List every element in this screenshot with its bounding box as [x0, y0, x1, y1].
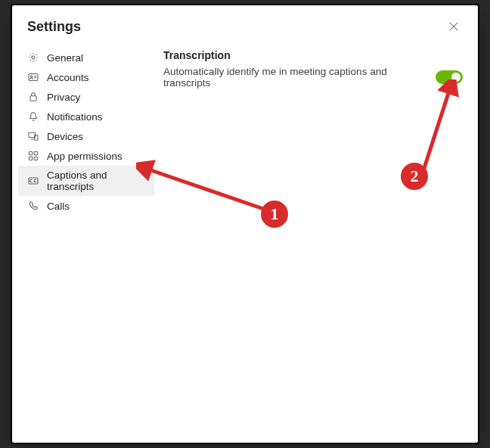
gear-icon — [27, 51, 39, 64]
sidebar-item-general[interactable]: General — [18, 48, 154, 67]
sidebar-item-label: Notifications — [47, 111, 103, 123]
settings-sidebar: General Accounts Privacy Notifications — [18, 48, 154, 428]
accounts-icon — [27, 71, 39, 83]
bell-icon — [27, 110, 39, 123]
phone-icon — [27, 200, 39, 212]
svg-rect-11 — [34, 157, 37, 160]
close-icon — [448, 21, 459, 32]
settings-dialog: Settings General Accounts — [11, 4, 479, 444]
sidebar-item-captions-transcripts[interactable]: Captions and transcripts — [18, 166, 154, 196]
svg-rect-9 — [34, 151, 37, 154]
dialog-header: Settings — [12, 5, 478, 42]
sidebar-item-notifications[interactable]: Notifications — [18, 107, 154, 126]
sidebar-item-label: Accounts — [47, 72, 89, 83]
section-title-transcription: Transcription — [163, 49, 463, 61]
svg-rect-10 — [29, 157, 32, 160]
svg-rect-3 — [29, 74, 38, 81]
sidebar-item-label: App permissions — [47, 151, 122, 162]
setting-row-auto-identify: Automatically identify me in meeting cap… — [163, 66, 463, 89]
setting-description: Automatically identify me in meeting cap… — [163, 66, 420, 89]
sidebar-item-label: Calls — [47, 201, 70, 212]
sidebar-item-label: Devices — [47, 131, 83, 142]
sidebar-item-devices[interactable]: Devices — [18, 126, 154, 146]
sidebar-item-label: Privacy — [47, 92, 80, 103]
svg-point-2 — [32, 56, 35, 59]
dialog-title: Settings — [27, 19, 81, 35]
lock-icon — [27, 91, 39, 103]
sidebar-item-label: Captions and transcripts — [47, 170, 145, 192]
apps-icon — [27, 150, 39, 162]
devices-icon — [27, 130, 39, 142]
dialog-body: General Accounts Privacy Notifications — [12, 42, 478, 443]
svg-rect-5 — [30, 96, 36, 101]
toggle-auto-identify[interactable] — [436, 70, 463, 84]
sidebar-item-accounts[interactable]: Accounts — [18, 67, 154, 87]
close-button[interactable] — [445, 17, 463, 36]
cc-icon — [27, 175, 39, 187]
sidebar-item-privacy[interactable]: Privacy — [18, 87, 154, 107]
settings-content: Transcription Automatically identify me … — [163, 48, 463, 428]
svg-rect-8 — [29, 151, 32, 154]
sidebar-item-label: General — [47, 52, 83, 64]
sidebar-item-calls[interactable]: Calls — [18, 196, 154, 216]
sidebar-item-app-permissions[interactable]: App permissions — [18, 146, 154, 166]
svg-point-4 — [30, 76, 33, 78]
